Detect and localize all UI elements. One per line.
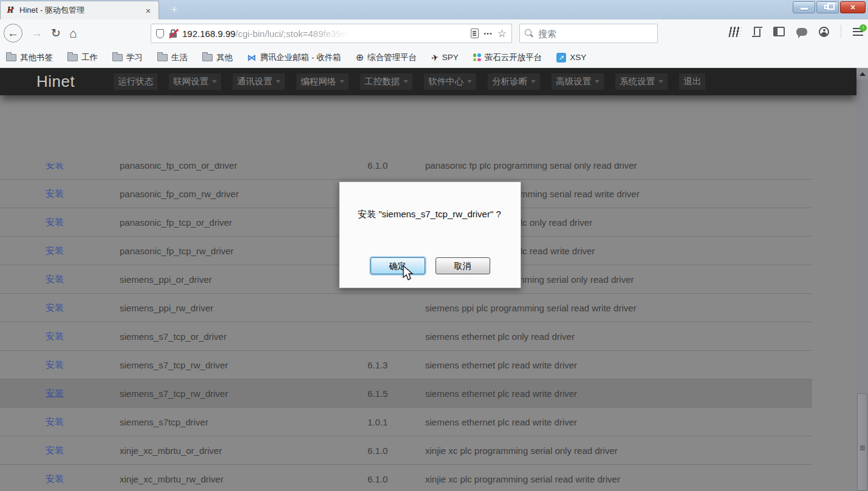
url-text[interactable]: 192.168.9.99/cgi-bin/luci/;stok=489fe39e… [182,29,466,39]
menu-advanced-settings[interactable]: 高级设置 [552,73,604,90]
driver-description: siemens ethernet plc read write driver [425,360,577,370]
menu-analysis-diagnosis[interactable]: 分析诊断 [488,73,540,90]
screenshot-icon[interactable] [752,27,762,36]
folder-icon [112,54,123,61]
driver-name: panasonic_fp_com_or_driver [120,163,237,171]
bookmark-xsy[interactable]: ↗XSY [556,53,586,63]
table-row: 安装 siemens_s7_tcp_or_driver siemens ethe… [0,322,812,351]
install-link[interactable]: 安装 [46,163,64,171]
menu-programming-network[interactable]: 编程网络 [296,73,349,90]
driver-description: xinjie xc plc programming serial only re… [425,445,618,456]
bookmark-spy[interactable]: ✈SPY [431,53,459,62]
tab-close-icon[interactable]: × [143,5,154,16]
table-row: 安装 siemens_ppi_rw_driver siemens ppi plc… [0,294,812,322]
sidebar-toggle-icon[interactable] [773,27,785,36]
plane-icon: ✈ [431,52,439,62]
install-link[interactable]: 安装 [46,445,64,456]
install-link[interactable]: 安装 [46,245,64,257]
chevron-down-icon [340,80,344,83]
bookmark-folder-other-bookmarks[interactable]: 其他书签 [6,52,53,63]
restore-icon [824,5,829,9]
cancel-button[interactable]: 取消 [436,257,490,274]
bookmark-star-icon[interactable]: ☆ [497,27,507,40]
driver-name: siemens_s7tcp_driver [120,417,208,427]
table-row: 安装 panasonic_fp_com_or_driver 6.1.0 pana… [0,163,812,180]
minimize-icon [801,8,808,10]
menu-system-settings[interactable]: 系统设置 [615,73,668,90]
driver-version: 6.1.5 [367,388,388,399]
tencent-mail-icon: ⋈ [247,53,256,62]
menu-network-settings[interactable]: 联网设置 [169,73,221,90]
library-icon[interactable] [728,27,742,37]
search-box[interactable] [519,24,658,43]
vertical-scrollbar[interactable] [856,68,868,491]
update-badge: ↑ [859,24,867,32]
browser-tab[interactable]: H Hinet - 驱动包管理 × [0,1,159,19]
chevron-down-icon [658,80,663,83]
search-input[interactable] [538,29,641,39]
bookmark-folder-misc[interactable]: 其他 [202,52,233,63]
chevron-down-icon [403,80,408,83]
messages-icon[interactable] [796,28,807,36]
page-actions-icon[interactable]: ••• [484,30,493,37]
install-link[interactable]: 安装 [46,331,64,342]
scrollbar-thumb[interactable] [857,393,867,491]
confirm-dialog: 安装 "siemens_s7_tcp_rw_driver" ? 确定 取消 [339,181,521,288]
bookmark-folder-study[interactable]: 学习 [112,52,143,63]
install-link[interactable]: 安装 [46,302,64,314]
close-button[interactable]: × [840,1,866,13]
menu-hamburger-icon[interactable]: ↑ [853,28,863,36]
chevron-down-icon [276,80,281,83]
bookmark-ezviz-platform[interactable]: 萤石云开放平台 [473,52,542,63]
folder-icon [157,54,168,61]
new-tab-button[interactable]: + [165,2,183,18]
back-button[interactable]: ← [4,24,22,42]
ok-button[interactable]: 确定 [371,257,425,274]
menu-run-status[interactable]: 运行状态 [114,73,157,90]
site-header: Hinet 运行状态 联网设置 通讯设置 编程网络 工控数据 软件中心 分析诊断… [0,68,856,95]
install-link[interactable]: 安装 [46,416,64,428]
table-row: 安装 xinje_xc_mbrtu_rw_driver 6.1.0 xinjie… [0,465,812,491]
bookmark-folder-work[interactable]: 工作 [67,52,98,63]
tracking-shield-icon[interactable] [156,29,164,38]
restore-button[interactable] [816,1,839,13]
chevron-down-icon [467,80,472,83]
driver-name: siemens_s7_tcp_or_driver [120,331,227,342]
table-row-highlighted: 安装 siemens_s7_tcp_rw_driver 6.1.5 siemen… [0,379,812,408]
install-link[interactable]: 安装 [46,217,64,228]
reader-mode-icon[interactable] [471,29,479,38]
main-menu: 运行状态 联网设置 通讯设置 编程网络 工控数据 软件中心 分析诊断 高级设置 … [114,73,705,90]
mouse-cursor [402,265,415,281]
scroll-up-button[interactable] [856,68,868,80]
driver-name: panasonic_fp_tcp_rw_driver [120,246,234,256]
install-link[interactable]: 安装 [46,388,64,399]
driver-version: 6.1.0 [367,474,388,484]
home-button[interactable]: ⌂ [69,26,77,41]
forward-button[interactable]: → [31,27,43,40]
bookmark-admin-platform[interactable]: ⊕综合管理平台 [356,52,417,63]
bookmark-folder-life[interactable]: 生活 [157,52,188,63]
driver-name: xinje_xc_mbrtu_or_driver [120,445,222,456]
menu-software-center[interactable]: 软件中心 [424,73,476,90]
reload-button[interactable]: ↻ [51,26,61,40]
table-row: 安装 siemens_s7tcp_driver 1.0.1 siemens et… [0,408,812,436]
minimize-button[interactable] [793,1,815,13]
insecure-lock-icon[interactable] [169,29,177,38]
install-link[interactable]: 安装 [46,188,64,200]
toolbar-divider [841,25,841,38]
tab-strip: H Hinet - 驱动包管理 × + × [0,0,868,19]
driver-name: siemens_s7_tcp_rw_driver [120,388,228,399]
install-link[interactable]: 安装 [46,473,64,485]
account-icon[interactable] [819,27,829,37]
driver-description: xinjie xc plc programming serial read wr… [425,474,620,484]
install-link[interactable]: 安装 [46,359,64,371]
driver-description: siemens ppi plc programming serial read … [425,303,637,313]
url-bar[interactable]: 192.168.9.99/cgi-bin/luci/;stok=489fe39e… [151,24,512,43]
tab-title: Hinet - 驱动包管理 [19,5,138,16]
menu-industrial-data[interactable]: 工控数据 [360,73,412,90]
menu-comm-settings[interactable]: 通讯设置 [233,73,285,90]
menu-logout[interactable]: 退出 [679,73,705,90]
bookmark-tencent-mail[interactable]: ⋈腾讯企业邮箱 - 收件箱 [247,52,341,63]
color-dots-icon [473,53,481,61]
install-link[interactable]: 安装 [46,274,64,285]
